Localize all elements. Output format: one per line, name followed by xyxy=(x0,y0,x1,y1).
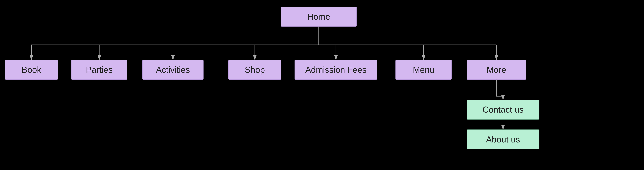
admission-fees-label: Admission Fees xyxy=(305,65,366,75)
home-label: Home xyxy=(307,12,330,22)
book-node[interactable]: Book xyxy=(5,60,58,80)
more-label: More xyxy=(487,65,506,75)
parties-node[interactable]: Parties xyxy=(71,60,128,80)
menu-label: Menu xyxy=(413,65,434,75)
admission-fees-node[interactable]: Admission Fees xyxy=(294,60,377,80)
activities-label: Activities xyxy=(156,65,190,75)
more-node[interactable]: More xyxy=(466,60,526,80)
about-us-label: About us xyxy=(486,134,520,144)
menu-node[interactable]: Menu xyxy=(396,60,452,80)
book-label: Book xyxy=(22,65,41,75)
home-node[interactable]: Home xyxy=(281,7,357,27)
shop-node[interactable]: Shop xyxy=(228,60,281,80)
parties-label: Parties xyxy=(86,65,113,75)
diagram-container: Home Book Parties Activities Shop Admiss… xyxy=(0,0,644,170)
activities-node[interactable]: Activities xyxy=(142,60,204,80)
contact-us-node[interactable]: Contact us xyxy=(466,100,540,120)
shop-label: Shop xyxy=(245,65,265,75)
contact-us-label: Contact us xyxy=(482,105,524,115)
about-us-node[interactable]: About us xyxy=(466,129,540,149)
